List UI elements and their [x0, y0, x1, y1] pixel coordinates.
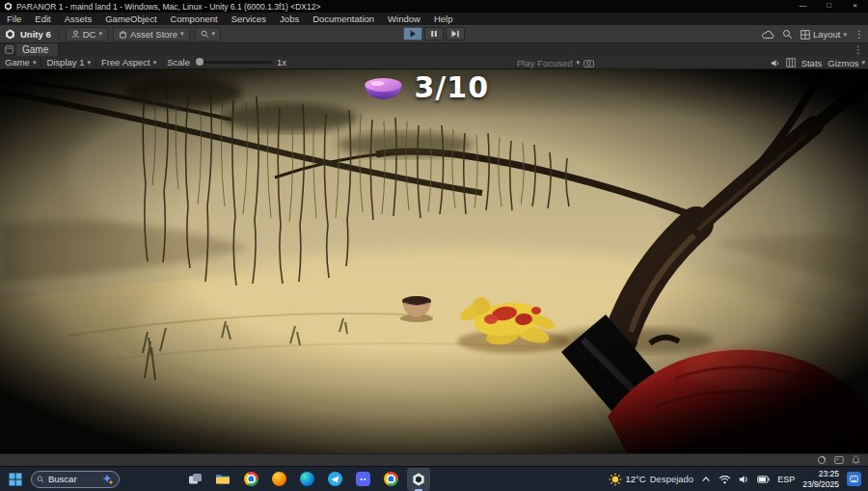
chevron-down-icon: ▾: [87, 59, 91, 67]
scale-slider[interactable]: [195, 61, 272, 64]
capture-icon[interactable]: [583, 59, 594, 68]
hud-counter-group: 3/10: [361, 70, 489, 104]
start-button[interactable]: [4, 468, 27, 491]
account-dropdown[interactable]: DC ▾: [66, 27, 108, 41]
play-focused-dropdown[interactable]: Play Focused ▾: [517, 56, 594, 69]
weather-desc: Despejado: [650, 474, 693, 484]
unity-version-label: Unity 6: [20, 29, 51, 40]
scale-label: Scale: [167, 57, 190, 68]
game-scene: [0, 69, 868, 453]
menu-services[interactable]: Services: [225, 13, 273, 25]
game-view-menu[interactable]: Game ▾: [0, 56, 41, 69]
discord-button[interactable]: [351, 468, 374, 491]
search-icon: [37, 476, 44, 483]
tray-time: 23:25: [802, 469, 839, 479]
search-placeholder: Buscar: [48, 474, 77, 484]
language-indicator[interactable]: ESP: [777, 475, 795, 484]
aspect-ratio-dropdown[interactable]: Free Aspect ▾: [96, 56, 161, 69]
chrome-profile2-button[interactable]: [379, 468, 402, 491]
menu-component[interactable]: Component: [164, 13, 225, 25]
menu-window[interactable]: Window: [381, 13, 427, 25]
cloud-icon[interactable]: [762, 30, 774, 40]
search-icon: [201, 30, 209, 39]
chevron-down-icon: ▾: [577, 59, 581, 67]
notification-center-button[interactable]: [847, 472, 861, 486]
menu-assets[interactable]: Assets: [58, 13, 99, 25]
copilot-sparkle-icon: [102, 474, 114, 485]
pane-icon: [5, 45, 14, 54]
task-view-button[interactable]: [183, 468, 206, 491]
tab-game-label: Game: [22, 44, 48, 55]
hidden-icons-chevron[interactable]: [701, 476, 711, 482]
unity-status-bar: [0, 453, 868, 466]
file-explorer-icon: [215, 473, 231, 485]
mute-audio-icon[interactable]: [771, 59, 780, 68]
telegram-icon: [328, 472, 342, 486]
chevron-down-icon: ▾: [33, 59, 37, 67]
file-explorer-button[interactable]: [211, 468, 234, 491]
layout-dropdown[interactable]: Layout ▾: [800, 29, 847, 40]
stats-toggle[interactable]: Stats: [801, 58, 823, 68]
layout-label: Layout: [813, 29, 841, 40]
firefox-button[interactable]: [267, 468, 290, 491]
menu-gameobject[interactable]: GameObject: [98, 13, 163, 25]
menu-jobs[interactable]: Jobs: [273, 13, 306, 25]
chevron-down-icon: ▾: [212, 30, 216, 38]
search-tool-button[interactable]: ▾: [195, 27, 222, 41]
account-label: DC: [83, 29, 96, 40]
chevron-down-icon: ▾: [98, 30, 102, 38]
windows-taskbar: Buscar: [0, 466, 868, 491]
window-title: PARANOR 1 - maind land 1 - Windows, Mac,…: [16, 2, 320, 12]
close-button[interactable]: ×: [842, 0, 868, 13]
pause-button[interactable]: [424, 27, 444, 41]
play-icon: [409, 30, 417, 38]
menu-documentation[interactable]: Documentation: [306, 13, 381, 25]
scale-slider-handle[interactable]: [196, 58, 203, 66]
asset-store-label: Asset Store: [130, 29, 177, 40]
collectible-counter: 3/10: [414, 70, 489, 104]
progress-icon[interactable]: [817, 455, 827, 465]
tab-game[interactable]: Game: [16, 43, 59, 56]
task-view-icon: [188, 473, 203, 485]
pane-menu-button[interactable]: ⋮: [854, 44, 868, 55]
clock[interactable]: 23:25 23/9/2025: [802, 469, 839, 489]
toolbar-overflow-menu[interactable]: ⋮: [854, 29, 864, 40]
menu-file[interactable]: File: [0, 13, 28, 25]
unity-editor-taskbar-button[interactable]: [407, 468, 430, 491]
unity-editor-window: PARANOR 1 - maind land 1 - Windows, Mac,…: [0, 0, 868, 491]
minimize-button[interactable]: —: [790, 0, 816, 13]
gizmos-dropdown[interactable]: Gizmos ▾: [827, 58, 865, 68]
play-button[interactable]: [403, 27, 422, 41]
menu-help[interactable]: Help: [427, 13, 460, 25]
scale-value: 1x: [277, 57, 286, 68]
game-viewport[interactable]: 3/10: [0, 69, 868, 453]
firefox-icon: [272, 472, 286, 486]
notification-bell-icon[interactable]: [852, 455, 860, 465]
chrome-icon: [384, 472, 398, 486]
menu-edit[interactable]: Edit: [28, 13, 57, 25]
console-icon[interactable]: [834, 455, 844, 465]
step-icon: [451, 30, 460, 38]
vsync-icon[interactable]: [786, 58, 796, 68]
weather-widget[interactable]: 12°C Despejado: [609, 473, 694, 486]
bowl-icon: [361, 73, 405, 102]
battery-icon[interactable]: [757, 476, 770, 483]
tray-date: 23/9/2025: [802, 479, 839, 490]
edge-icon: [300, 472, 314, 486]
display-dropdown[interactable]: Display 1 ▾: [41, 56, 95, 69]
taskbar-search[interactable]: Buscar: [31, 471, 120, 488]
window-controls: — □ ×: [790, 0, 868, 13]
game-view-toolbar: Game ▾ Display 1 ▾ Free Aspect ▾ Scale 1…: [0, 56, 868, 69]
asset-store-button[interactable]: Asset Store ▾: [113, 27, 190, 41]
telegram-button[interactable]: [323, 468, 346, 491]
wifi-icon[interactable]: [719, 475, 731, 484]
edge-button[interactable]: [295, 468, 318, 491]
chrome-button[interactable]: [239, 468, 262, 491]
account-icon: [71, 30, 80, 39]
step-button[interactable]: [446, 27, 465, 41]
pause-icon: [430, 30, 438, 38]
search-icon[interactable]: [782, 29, 793, 40]
volume-icon[interactable]: [739, 475, 749, 484]
shopping-bag-icon: [119, 30, 127, 39]
maximize-button[interactable]: □: [816, 0, 842, 13]
